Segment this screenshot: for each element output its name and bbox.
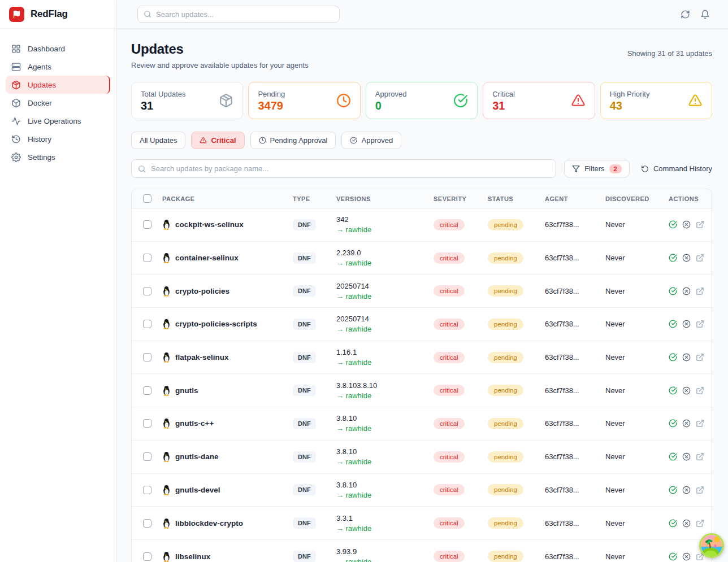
version-to: → rawhide (336, 491, 434, 499)
table-row: gnutls-devel DNF 3.8.10 → rawhide critic… (132, 474, 712, 507)
approve-check-circle-icon[interactable] (669, 220, 677, 229)
version-from: 3.8.10 (336, 481, 434, 489)
status-badge: pending (488, 252, 523, 264)
approve-check-circle-icon[interactable] (669, 320, 677, 328)
row-checkbox[interactable] (143, 353, 151, 361)
dismiss-x-circle-icon[interactable] (682, 519, 691, 528)
agent-id: 63cf7f38... (545, 353, 605, 361)
sidebar-item-label: Settings (28, 153, 55, 162)
dismiss-x-circle-icon[interactable] (682, 287, 691, 295)
open-external-link-icon[interactable] (696, 320, 704, 328)
approve-check-circle-icon[interactable] (669, 452, 677, 461)
tab-approved[interactable]: Approved (341, 132, 401, 149)
refresh-icon[interactable] (681, 10, 690, 19)
linux-penguin-icon (162, 518, 171, 529)
approve-check-circle-icon[interactable] (669, 287, 677, 295)
status-badge: pending (488, 219, 523, 230)
row-checkbox[interactable] (143, 552, 151, 561)
tab-all-updates[interactable]: All Updates (131, 132, 185, 149)
open-external-link-icon[interactable] (696, 353, 704, 361)
row-checkbox[interactable] (143, 386, 151, 395)
sidebar-nav: Dashboard Agents Updates Docker (0, 29, 116, 177)
dismiss-x-circle-icon[interactable] (682, 220, 691, 229)
open-external-link-icon[interactable] (696, 452, 704, 461)
clock-icon (336, 93, 351, 108)
bell-icon[interactable] (700, 10, 710, 19)
row-checkbox[interactable] (143, 519, 151, 528)
global-search-input[interactable] (156, 10, 333, 19)
dismiss-x-circle-icon[interactable] (682, 552, 691, 561)
open-external-link-icon[interactable] (696, 419, 704, 428)
type-badge: DNF (293, 484, 316, 495)
dismiss-x-circle-icon[interactable] (682, 452, 691, 461)
row-checkbox[interactable] (143, 452, 151, 461)
sidebar-item-dashboard[interactable]: Dashboard (6, 40, 110, 58)
linux-penguin-icon (162, 286, 171, 297)
dismiss-x-circle-icon[interactable] (682, 386, 691, 395)
severity-badge: critical (434, 484, 465, 495)
approve-check-circle-icon[interactable] (669, 519, 677, 528)
row-checkbox[interactable] (143, 254, 151, 262)
sidebar-item-updates[interactable]: Updates (6, 76, 110, 94)
dismiss-x-circle-icon[interactable] (682, 419, 691, 428)
approve-check-circle-icon[interactable] (669, 486, 677, 494)
linux-penguin-icon (162, 319, 171, 329)
column-header-severity: SEVERITY (434, 195, 488, 202)
sidebar-item-docker[interactable]: Docker (6, 94, 110, 112)
type-badge: DNF (293, 319, 316, 330)
package-search-input[interactable] (151, 164, 549, 173)
approve-check-circle-icon[interactable] (669, 254, 677, 262)
tab-critical[interactable]: Critical (191, 132, 244, 149)
table-row: crypto-policies DNF 20250714 → rawhide c… (132, 275, 712, 308)
stat-card-total-updates: Total Updates 31 (131, 82, 243, 119)
type-badge: DNF (293, 551, 316, 562)
filters-button[interactable]: Filters 2 (564, 160, 630, 177)
column-header-package: PACKAGE (162, 195, 293, 202)
approve-check-circle-icon[interactable] (669, 419, 677, 428)
row-checkbox[interactable] (143, 287, 151, 295)
row-checkbox[interactable] (143, 419, 151, 428)
version-to: → rawhide (336, 458, 434, 466)
linux-penguin-icon (162, 485, 171, 495)
open-external-link-icon[interactable] (696, 254, 704, 262)
approve-check-circle-icon[interactable] (669, 386, 677, 395)
severity-badge: critical (434, 418, 465, 429)
tab-pending-approval[interactable]: Pending Approval (250, 132, 336, 149)
sidebar-item-agents[interactable]: Agents (6, 58, 110, 76)
dismiss-x-circle-icon[interactable] (682, 254, 691, 262)
dismiss-x-circle-icon[interactable] (682, 353, 691, 361)
open-external-link-icon[interactable] (696, 486, 704, 494)
brand-name: RedFlag (31, 8, 68, 20)
sidebar-item-live-operations[interactable]: Live Operations (6, 112, 110, 130)
type-badge: DNF (293, 418, 316, 429)
status-badge: pending (488, 385, 523, 396)
island-widget-button[interactable] (699, 533, 724, 558)
topbar-actions (681, 10, 728, 19)
approve-check-circle-icon[interactable] (669, 353, 677, 361)
sidebar-item-history[interactable]: History (6, 130, 110, 148)
command-history-button[interactable]: Command History (641, 164, 712, 173)
redflag-logo (9, 7, 24, 22)
open-external-link-icon[interactable] (696, 386, 704, 395)
status-badge: pending (488, 418, 523, 429)
tab-label: Critical (211, 136, 236, 145)
row-checkbox[interactable] (143, 486, 151, 494)
dismiss-x-circle-icon[interactable] (682, 320, 691, 328)
discovered-value: Never (605, 353, 669, 361)
discovered-value: Never (605, 287, 669, 295)
open-external-link-icon[interactable] (696, 519, 704, 528)
approve-check-circle-icon[interactable] (669, 552, 677, 561)
package-name: libselinux (175, 552, 210, 561)
select-all-checkbox[interactable] (143, 194, 151, 203)
open-external-link-icon[interactable] (696, 287, 704, 295)
discovered-value: Never (605, 552, 669, 561)
box-icon (11, 98, 21, 108)
row-checkbox[interactable] (143, 320, 151, 328)
row-checkbox[interactable] (143, 220, 151, 229)
sidebar-item-label: Dashboard (28, 45, 65, 53)
topbar (116, 0, 728, 29)
open-external-link-icon[interactable] (696, 220, 704, 229)
dismiss-x-circle-icon[interactable] (682, 486, 691, 494)
tab-label: All Updates (140, 136, 177, 145)
sidebar-item-settings[interactable]: Settings (6, 148, 110, 166)
